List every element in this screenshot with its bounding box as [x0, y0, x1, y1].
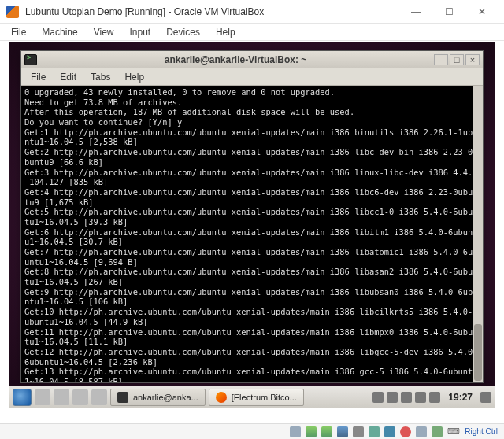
- status-recording-icon[interactable]: [400, 426, 411, 437]
- taskbar-clock[interactable]: 19:27: [443, 392, 477, 403]
- terminal-titlebar[interactable]: ankarlie@ankarlie-VirtualBox: ~ – □ ×: [21, 51, 483, 68]
- terminal-menu-file[interactable]: File: [24, 70, 52, 84]
- terminal-close-button[interactable]: ×: [465, 54, 480, 65]
- terminal-line: Get:9 http://ph.archive.ubuntu.com/ubunt…: [24, 287, 480, 307]
- tray-keyboard-icon[interactable]: [387, 392, 398, 403]
- status-shared-folders-icon[interactable]: [369, 426, 380, 437]
- terminal-icon: [24, 54, 37, 65]
- maximize-button[interactable]: ☐: [433, 2, 465, 21]
- minimize-button[interactable]: —: [400, 2, 432, 21]
- terminal-line: Get:13 http://ph.archive.ubuntu.com/ubun…: [24, 367, 480, 382]
- status-mouse-icon[interactable]: [432, 426, 443, 437]
- tray-power-icon[interactable]: [429, 392, 440, 403]
- terminal-line: Get:6 http://ph.archive.ubuntu.com/ubunt…: [24, 227, 480, 247]
- virtualbox-icon: [6, 6, 19, 18]
- status-optical-icon[interactable]: [306, 426, 317, 437]
- terminal-icon: [117, 392, 128, 403]
- terminal-line: Get:5 http://ph.archive.ubuntu.com/ubunt…: [24, 207, 480, 227]
- status-cpu-icon[interactable]: [416, 426, 427, 437]
- menu-file[interactable]: File: [5, 25, 32, 39]
- terminal-window: ankarlie@ankarlie-VirtualBox: ~ – □ × Fi…: [20, 50, 484, 383]
- terminal-maximize-button[interactable]: □: [450, 54, 464, 65]
- terminal-line: Get:11 http://ph.archive.ubuntu.com/ubun…: [24, 327, 480, 347]
- terminal-line: After this operation, 187 MB of addition…: [24, 107, 480, 117]
- terminal-line: 0 upgraded, 43 newly installed, 0 to rem…: [24, 87, 480, 98]
- terminal-line: Get:12 http://ph.archive.ubuntu.com/ubun…: [24, 347, 480, 367]
- show-desktop-icon[interactable]: [72, 389, 88, 405]
- guest-display[interactable]: ankarlie@ankarlie-VirtualBox: ~ – □ × Fi…: [9, 42, 495, 408]
- taskbar-item-terminal[interactable]: ankarlie@anka...: [110, 389, 206, 406]
- quicklaunch-filemanager-icon[interactable]: [35, 389, 50, 405]
- menu-view[interactable]: View: [87, 25, 120, 39]
- taskbar-item-browser[interactable]: [Electrum Bitco...: [209, 389, 304, 406]
- host-menubar: File Machine View Input Devices Help: [0, 24, 504, 41]
- terminal-line: Get:2 http://ph.archive.ubuntu.com/ubunt…: [24, 147, 480, 167]
- terminal-line: Need to get 73.8 MB of archives.: [24, 98, 480, 108]
- status-usb-icon[interactable]: [353, 426, 364, 437]
- menu-input[interactable]: Input: [124, 25, 158, 39]
- window-list-icon[interactable]: [91, 389, 107, 405]
- terminal-menu-tabs[interactable]: Tabs: [84, 70, 117, 84]
- terminal-minimize-button[interactable]: –: [434, 54, 448, 65]
- terminal-line: Get:3 http://ph.archive.ubuntu.com/ubunt…: [24, 168, 480, 187]
- terminal-scrollbar[interactable]: [473, 86, 483, 382]
- menu-help[interactable]: Help: [209, 25, 242, 39]
- status-hdd-icon[interactable]: [290, 426, 301, 437]
- status-display-icon[interactable]: [384, 426, 395, 437]
- terminal-line: Get:8 http://ph.archive.ubuntu.com/ubunt…: [24, 267, 480, 286]
- logout-icon[interactable]: [480, 392, 491, 403]
- firefox-icon: [216, 392, 227, 403]
- terminal-menu-help[interactable]: Help: [118, 70, 150, 84]
- host-window-title: Lubuntu Utopian Demo [Running] - Oracle …: [25, 6, 400, 17]
- terminal-menubar: File Edit Tabs Help: [21, 68, 483, 86]
- terminal-line: Get:10 http://ph.archive.ubuntu.com/ubun…: [24, 307, 480, 326]
- host-key-indicator: ⌨: [447, 426, 460, 437]
- guest-taskbar: ankarlie@anka... [Electrum Bitco... 19:2…: [9, 386, 495, 408]
- terminal-output[interactable]: 0 upgraded, 43 newly installed, 0 to rem…: [21, 86, 483, 382]
- quicklaunch-browser-icon[interactable]: [54, 389, 69, 405]
- tray-volume-icon[interactable]: [415, 392, 426, 403]
- host-statusbar: ⌨ Right Ctrl: [0, 423, 504, 439]
- terminal-line: Do you want to continue? [Y/n] y: [24, 117, 480, 127]
- terminal-line: Get:7 http://ph.archive.ubuntu.com/ubunt…: [24, 247, 480, 267]
- terminal-menu-edit[interactable]: Edit: [54, 70, 83, 84]
- terminal-line: Get:4 http://ph.archive.ubuntu.com/ubunt…: [24, 187, 480, 207]
- status-floppy-icon[interactable]: [321, 426, 332, 437]
- start-menu-button[interactable]: [13, 389, 32, 406]
- terminal-title: ankarlie@ankarlie-VirtualBox: ~: [42, 54, 429, 65]
- system-tray: [372, 392, 440, 403]
- terminal-line: Get:1 http://ph.archive.ubuntu.com/ubunt…: [24, 127, 480, 147]
- taskbar-item-label: [Electrum Bitco...: [232, 393, 297, 402]
- menu-devices[interactable]: Devices: [160, 25, 206, 39]
- host-key-label: Right Ctrl: [465, 427, 498, 436]
- close-button[interactable]: ✕: [466, 2, 498, 21]
- menu-machine[interactable]: Machine: [35, 25, 83, 39]
- host-titlebar: Lubuntu Utopian Demo [Running] - Oracle …: [0, 0, 504, 24]
- terminal-scroll-thumb[interactable]: [474, 324, 482, 381]
- taskbar-item-label: ankarlie@anka...: [133, 393, 198, 402]
- host-window-controls: — ☐ ✕: [400, 2, 498, 21]
- tray-app-icon[interactable]: [372, 392, 384, 403]
- terminal-window-controls: – □ ×: [434, 54, 480, 65]
- tray-network-icon[interactable]: [401, 392, 412, 403]
- status-network-icon[interactable]: [337, 426, 348, 437]
